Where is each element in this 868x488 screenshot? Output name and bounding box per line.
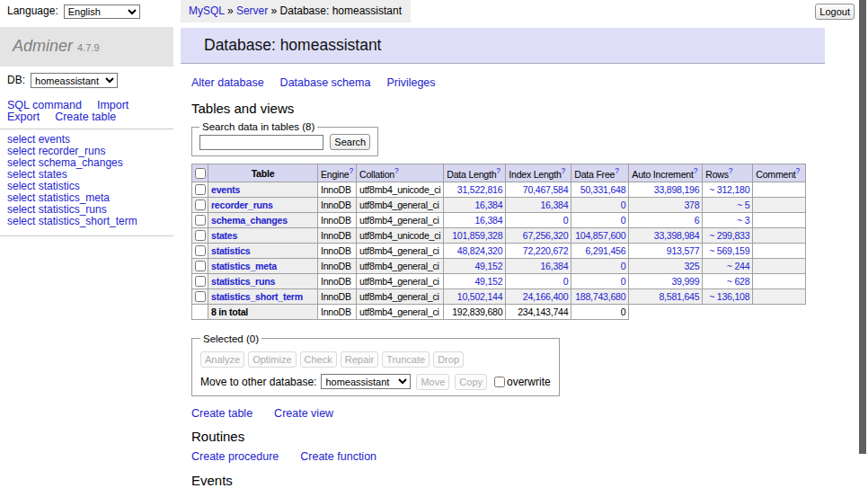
row-checkbox[interactable]	[195, 184, 206, 195]
table-link-statistics_short_term[interactable]: statistics_short_term	[211, 291, 303, 302]
nav-alter-database[interactable]: Alter database	[191, 76, 264, 89]
cell-data-length-link[interactable]: 31,522,816	[457, 184, 503, 195]
cell-data-length-link[interactable]: 101,859,328	[452, 230, 502, 241]
cell-auto-increment-link[interactable]: 33,898,196	[654, 184, 700, 195]
breadcrumb-link-mysql[interactable]: MySQL	[189, 4, 225, 17]
cell-index-length-link[interactable]: 16,384	[540, 200, 568, 210]
help-icon[interactable]: ?	[694, 166, 697, 175]
row-checkbox[interactable]	[195, 276, 206, 287]
table-link-statistics_runs[interactable]: statistics_runs	[211, 276, 275, 287]
help-icon[interactable]: ?	[796, 166, 800, 175]
create-view-link[interactable]: Create view	[274, 407, 333, 420]
cell-rows-link[interactable]: ~ 3	[737, 215, 749, 226]
cell-index-length-link[interactable]: 70,467,584	[523, 184, 569, 195]
search-fieldset: Search data in tables (8) Search	[191, 121, 378, 156]
cell-rows: ~ 312,180	[703, 182, 753, 197]
optimize-button[interactable]: Optimize	[248, 351, 296, 368]
cell-data-free-link[interactable]: 6,291,456	[585, 245, 625, 256]
move-database-select[interactable]: homeassistant	[321, 374, 411, 389]
cell-data-free-link[interactable]: 0	[621, 200, 626, 210]
overwrite-checkbox[interactable]	[494, 377, 505, 387]
nav-database-schema[interactable]: Database schema	[280, 76, 371, 89]
help-icon[interactable]: ?	[394, 166, 398, 175]
cell-index-length-link[interactable]: 24,166,400	[523, 291, 569, 302]
nav-privileges[interactable]: Privileges	[386, 76, 435, 89]
create-procedure-link[interactable]: Create procedure	[191, 450, 279, 463]
help-icon[interactable]: ?	[729, 166, 732, 175]
cell-data-length-link[interactable]: 48,824,320	[457, 245, 503, 256]
table-link-statistics[interactable]: statistics	[211, 245, 250, 256]
search-input[interactable]	[199, 135, 323, 150]
repair-button[interactable]: Repair	[341, 351, 378, 368]
help-icon[interactable]: ?	[350, 166, 353, 175]
move-button[interactable]: Move	[416, 374, 449, 390]
cell-data-length-link[interactable]: 49,152	[474, 261, 502, 271]
cell-data-free-link[interactable]: 188,743,680	[575, 291, 625, 302]
cell-rows-link[interactable]: ~ 299,833	[709, 230, 749, 241]
cell-collation: utf8mb4_unicode_ci	[357, 227, 444, 243]
db-select[interactable]: homeassistant	[31, 73, 118, 88]
sidebar-link-import[interactable]: Import	[97, 99, 128, 111]
cell-data-length-link[interactable]: 16,384	[474, 200, 502, 210]
analyze-button[interactable]: Analyze	[200, 351, 244, 368]
cell-data-free-link[interactable]: 0	[621, 261, 626, 271]
cell-index-length-link[interactable]: 0	[563, 215, 569, 226]
help-icon[interactable]: ?	[496, 166, 500, 175]
row-checkbox[interactable]	[195, 291, 206, 302]
table-link-schema_changes[interactable]: schema_changes	[211, 215, 288, 226]
cell-data-free-link[interactable]: 0	[621, 215, 626, 226]
cell-auto-increment-link[interactable]: 6	[695, 215, 700, 226]
create-function-link[interactable]: Create function	[300, 450, 376, 463]
sidebar-link-sql-command[interactable]: SQL command	[7, 99, 82, 111]
cell-data-length-link[interactable]: 16,384	[474, 215, 502, 226]
cell-data-free-link[interactable]: 50,331,648	[580, 184, 626, 195]
search-button[interactable]: Search	[330, 134, 370, 150]
row-checkbox[interactable]	[195, 245, 206, 256]
table-link-events[interactable]: events	[211, 184, 240, 195]
cell-index-length-link[interactable]: 16,384	[540, 261, 568, 271]
cell-rows-link[interactable]: ~ 5	[737, 200, 749, 210]
cell-auto-increment-link[interactable]: 39,999	[671, 276, 699, 287]
row-checkbox[interactable]	[195, 200, 206, 210]
cell-data-length-link[interactable]: 49,152	[474, 276, 502, 287]
table-link-states[interactable]: states	[211, 230, 237, 241]
table-link-statistics_meta[interactable]: statistics_meta	[211, 261, 277, 271]
sidebar-link-create-table[interactable]: Create table	[55, 111, 116, 123]
cell-data-length-link[interactable]: 10,502,144	[457, 291, 503, 302]
cell-index-length-link[interactable]: 0	[563, 276, 569, 287]
breadcrumb-link-server[interactable]: Server	[236, 4, 268, 17]
cell-data-free-link[interactable]: 0	[621, 276, 626, 287]
cell-auto-increment-link[interactable]: 378	[684, 200, 699, 210]
sidebar-select-statistics_short_term[interactable]: select statistics_short_term	[7, 216, 166, 227]
cell-rows-link[interactable]: ~ 136,108	[709, 291, 749, 302]
help-icon[interactable]: ?	[562, 166, 565, 175]
table-link-recorder_runs[interactable]: recorder_runs	[211, 200, 273, 210]
cell-data-free-link[interactable]: 104,857,600	[575, 230, 625, 241]
cell-auto-increment-link[interactable]: 8,581,645	[659, 291, 699, 302]
copy-button[interactable]: Copy	[455, 374, 487, 390]
help-icon[interactable]: ?	[615, 166, 618, 175]
cell-auto-increment-link[interactable]: 325	[684, 261, 699, 271]
cell-auto-increment-link[interactable]: 913,577	[667, 245, 700, 256]
cell-auto-increment-link[interactable]: 33,398,984	[654, 230, 700, 241]
cell-rows-link[interactable]: ~ 244	[727, 261, 750, 271]
cell-rows-link[interactable]: ~ 569,159	[709, 245, 749, 256]
select-all-checkbox[interactable]	[195, 168, 206, 179]
drop-button[interactable]: Drop	[433, 351, 464, 368]
cell-index-length-link[interactable]: 72,220,672	[523, 245, 569, 256]
cell-rows-link[interactable]: ~ 312,180	[709, 184, 749, 195]
language-select[interactable]: English	[64, 4, 140, 19]
create-table-link[interactable]: Create table	[191, 407, 252, 420]
logout-button[interactable]: Logout	[815, 4, 855, 20]
truncate-button[interactable]: Truncate	[382, 351, 430, 368]
sidebar-link-export[interactable]: Export	[7, 111, 40, 123]
column-header-label: Rows	[705, 169, 729, 180]
cell-index-length: 72,220,672	[506, 243, 571, 258]
check-button[interactable]: Check	[300, 351, 337, 368]
vertical-scrollbar[interactable]	[859, 0, 866, 454]
row-checkbox[interactable]	[195, 261, 206, 271]
cell-rows-link[interactable]: ~ 628	[727, 276, 750, 287]
row-checkbox[interactable]	[195, 230, 206, 241]
cell-index-length-link[interactable]: 67,256,320	[523, 230, 569, 241]
row-checkbox[interactable]	[195, 215, 206, 226]
